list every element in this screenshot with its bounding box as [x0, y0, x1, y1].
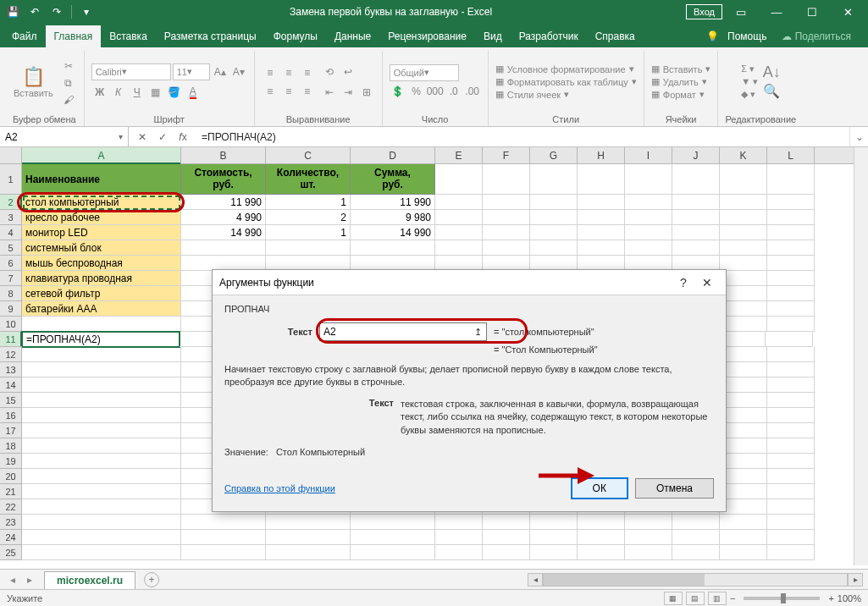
number-format-combo[interactable]: Общий ▾	[390, 64, 459, 81]
cancel-formula-icon[interactable]: ✕	[134, 129, 151, 146]
cell-A8[interactable]: сетевой фильтр	[22, 286, 181, 301]
comma-icon[interactable]: 000	[427, 83, 444, 100]
align-right-icon[interactable]: ≡	[299, 83, 316, 100]
tab-insert[interactable]: Вставка	[101, 25, 156, 47]
decrease-font-icon[interactable]: A▾	[230, 63, 247, 80]
tab-home[interactable]: Главная	[46, 25, 102, 47]
close-icon[interactable]: ✕	[831, 0, 865, 24]
formula-input[interactable]: =ПРОПНАЧ(A2)	[196, 131, 849, 143]
increase-font-icon[interactable]: A▴	[212, 63, 229, 80]
col-header-F[interactable]: F	[483, 147, 530, 163]
italic-button[interactable]: К	[110, 84, 127, 101]
wrap-text-icon[interactable]: ↩	[340, 63, 357, 80]
insert-cells[interactable]: ▦ Вставить ▾	[651, 63, 711, 74]
tab-data[interactable]: Данные	[326, 25, 379, 47]
cell-C5[interactable]	[266, 240, 351, 256]
row-header-2[interactable]: 2	[0, 195, 22, 210]
row-header-24[interactable]: 24	[0, 530, 22, 545]
row-header-9[interactable]: 9	[0, 301, 22, 317]
cell-styles[interactable]: ▦ Стили ячеек ▾	[495, 89, 569, 100]
share-button[interactable]: ☁ Поделиться	[775, 27, 858, 46]
tab-formulas[interactable]: Формулы	[265, 25, 326, 47]
row-header-19[interactable]: 19	[0, 454, 22, 469]
conditional-formatting[interactable]: ▦ Условное форматирование ▾	[495, 63, 634, 74]
row-header-13[interactable]: 13	[0, 362, 22, 377]
cell-A6[interactable]: мышь беспроводная	[22, 256, 181, 271]
row-header-7[interactable]: 7	[0, 271, 22, 286]
dec-decimal-icon[interactable]: .00	[464, 83, 481, 100]
hdr-d[interactable]: Сумма,руб.	[351, 164, 435, 195]
font-color-icon[interactable]: A	[185, 84, 202, 101]
col-header-A[interactable]: A	[22, 147, 181, 163]
cell-D2[interactable]: 11 990	[351, 195, 435, 210]
dialog-close-icon[interactable]: ✕	[695, 276, 719, 289]
hscroll-left-icon[interactable]: ◂	[528, 573, 543, 587]
align-center-icon[interactable]: ≡	[280, 83, 297, 100]
cell-A9[interactable]: батарейки AAA	[22, 301, 181, 317]
copy-icon[interactable]: ⧉	[60, 75, 77, 91]
hdr-c[interactable]: Количество,шт.	[266, 164, 351, 195]
fill[interactable]: ▼ ▾	[741, 76, 758, 87]
help-link[interactable]: Справка по этой функции	[224, 483, 335, 493]
page-layout-view-icon[interactable]: ▤	[686, 592, 705, 605]
row-header-23[interactable]: 23	[0, 515, 22, 530]
vertical-scrollbar[interactable]	[854, 147, 868, 565]
zoom-slider[interactable]	[744, 597, 820, 600]
row-header-21[interactable]: 21	[0, 484, 22, 499]
row-header-4[interactable]: 4	[0, 225, 22, 240]
row-header-25[interactable]: 25	[0, 545, 22, 560]
paste-button[interactable]: 📋 Вставить	[12, 64, 55, 100]
login-button[interactable]: Вход	[686, 4, 722, 19]
cut-icon[interactable]: ✂	[60, 58, 77, 74]
zoom-out-icon[interactable]: −	[730, 593, 735, 603]
align-bot-icon[interactable]: ≡	[299, 64, 316, 81]
row-header-15[interactable]: 15	[0, 393, 22, 408]
cell-C3[interactable]: 2	[266, 210, 351, 225]
arg-input[interactable]	[319, 322, 487, 341]
cancel-button[interactable]: Отмена	[635, 478, 714, 499]
hdr-a[interactable]: Наименование	[22, 164, 181, 195]
font-size-combo[interactable]: 11 ▾	[173, 63, 210, 80]
row-header-11[interactable]: 11	[0, 332, 22, 347]
cell-D4[interactable]: 14 990	[351, 225, 435, 240]
percent-icon[interactable]: %	[408, 83, 425, 100]
hscroll-right-icon[interactable]: ▸	[848, 573, 863, 587]
row-header-1[interactable]: 1	[0, 164, 22, 195]
col-header-E[interactable]: E	[435, 147, 483, 163]
borders-icon[interactable]: ▦	[147, 84, 164, 101]
inc-decimal-icon[interactable]: .0	[445, 83, 462, 100]
cell-B2[interactable]: 11 990	[181, 195, 266, 210]
page-break-view-icon[interactable]: ▥	[708, 592, 727, 605]
row-header-6[interactable]: 6	[0, 256, 22, 271]
active-cell-A11[interactable]: =ПРОПНАЧ(A2)	[21, 331, 180, 348]
dialog-help-icon[interactable]: ?	[672, 276, 695, 289]
cell-D5[interactable]	[351, 240, 435, 256]
col-header-K[interactable]: K	[720, 147, 767, 163]
row-header-5[interactable]: 5	[0, 240, 22, 256]
col-header-J[interactable]: J	[672, 147, 720, 163]
row-header-20[interactable]: 20	[0, 469, 22, 484]
col-header-L[interactable]: L	[767, 147, 815, 163]
cell-A4[interactable]: монитор LED	[22, 225, 181, 240]
row-header-3[interactable]: 3	[0, 210, 22, 225]
fill-color-icon[interactable]: 🪣	[166, 84, 183, 101]
tab-developer[interactable]: Разработчик	[511, 25, 587, 47]
normal-view-icon[interactable]: ▦	[664, 592, 683, 605]
autosave-icon[interactable]: 💾	[3, 3, 22, 21]
name-box[interactable]: A2▾	[0, 127, 129, 146]
col-header-B[interactable]: B	[181, 147, 266, 163]
tell-me[interactable]: Помощь	[724, 25, 770, 47]
row-header-14[interactable]: 14	[0, 377, 22, 393]
format-cells[interactable]: ▦ Формат ▾	[651, 89, 705, 100]
row-header-18[interactable]: 18	[0, 438, 22, 454]
underline-button[interactable]: Ч	[129, 84, 146, 101]
minimize-icon[interactable]: —	[760, 0, 793, 24]
align-top-icon[interactable]: ≡	[262, 64, 279, 81]
cell-C2[interactable]: 1	[266, 195, 351, 210]
expand-formula-bar-icon[interactable]: ⌄	[849, 127, 868, 146]
zoom-in-icon[interactable]: +	[828, 593, 833, 603]
font-family-combo[interactable]: Calibri ▾	[91, 63, 171, 80]
decrease-indent-icon[interactable]: ⇤	[321, 84, 338, 101]
tab-file[interactable]: Файл	[3, 25, 46, 47]
cell-A7[interactable]: клавиатура проводная	[22, 271, 181, 286]
